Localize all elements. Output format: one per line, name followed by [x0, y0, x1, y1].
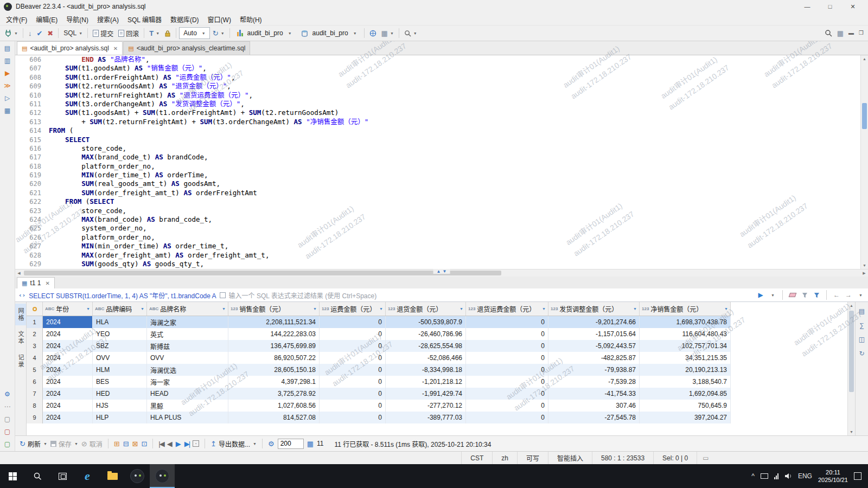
cell[interactable]: 海澜优选 [147, 364, 228, 376]
status-智能插入[interactable]: 智能插入 [548, 452, 592, 464]
taskbar-search-button[interactable] [25, 464, 50, 488]
cell[interactable]: 0 [466, 316, 548, 328]
execute-script-icon[interactable]: ≫ [2, 81, 13, 90]
cell[interactable]: HED [93, 388, 147, 400]
cell[interactable]: 斯搏兹 [147, 340, 228, 352]
save-button[interactable]: 保存 ▼ [50, 439, 78, 448]
scroll-down-icon[interactable]: ▼ [861, 262, 868, 269]
status-zh[interactable]: zh [492, 452, 517, 464]
column-header-退货金额（元）[interactable]: 123退货金额（元）▼ [386, 302, 466, 316]
panels-button[interactable]: ▦ ▼ [379, 27, 396, 40]
column-filter-icon[interactable]: ▼ [379, 307, 383, 311]
edit-filter-icon[interactable] [800, 290, 809, 300]
cell[interactable]: 2,208,111,521.34 [228, 316, 320, 328]
cell[interactable]: -7,539.28 [548, 376, 640, 388]
filter-input[interactable]: 输入一个 SQL 表达式来过滤结果 (使用 Ctrl+Space) [229, 291, 753, 300]
cell[interactable]: 2024 [43, 412, 93, 423]
editor-vscrollbar[interactable]: ▲ ▼ [860, 55, 868, 269]
cell[interactable]: 116,604,480.43 [640, 328, 731, 340]
result-view-tab-网格[interactable]: 网格 [15, 304, 26, 325]
row-number[interactable]: 7 [27, 388, 43, 400]
column-filter-icon[interactable]: ▼ [313, 307, 317, 311]
scroll-down-icon[interactable]: ▼ [848, 428, 855, 435]
next-row-icon[interactable]: ▶ [176, 440, 181, 447]
cell[interactable]: 0 [466, 364, 548, 376]
fetch-icon[interactable]: ↓ [26, 27, 34, 40]
cell[interactable]: HLA PLUS [147, 412, 228, 423]
tray-display-icon[interactable] [761, 473, 768, 479]
column-filter-icon[interactable]: ▼ [542, 307, 546, 311]
cell[interactable]: 2024 [43, 316, 93, 328]
close-tab-icon[interactable]: ✕ [113, 46, 118, 52]
cell[interactable]: -1,991,429.74 [386, 388, 466, 400]
scroll-up-icon[interactable]: ▲ [861, 55, 868, 62]
close-button[interactable]: ✕ [841, 0, 864, 13]
cell[interactable]: -1,157,015.64 [548, 328, 640, 340]
row-number[interactable]: 6 [27, 376, 43, 388]
result-grid[interactable]: ABC年份▼ABC品牌编码▼ABC品牌名称▼123销售金额（元）▼123运费金额… [27, 302, 847, 435]
row-number[interactable]: 1 [27, 316, 43, 328]
cell[interactable]: 1,027,608.56 [228, 400, 320, 412]
input-language[interactable]: ENG [798, 472, 812, 480]
cell[interactable]: 4,397,298.1 [228, 376, 320, 388]
cell[interactable]: -26,460,786.96 [386, 328, 466, 340]
cell[interactable]: 海一家 [147, 376, 228, 388]
projects-icon[interactable]: ▥ [2, 56, 13, 65]
cell[interactable]: 2024 [43, 376, 93, 388]
cell[interactable]: 黑鲸 [147, 400, 228, 412]
cell[interactable]: -1,201,218.12 [386, 376, 466, 388]
quick-search-button[interactable]: ▼ [402, 27, 419, 40]
dbeaver-taskbar-button-1[interactable] [125, 464, 150, 488]
cell[interactable]: -41,754.33 [548, 388, 640, 400]
column-filter-icon[interactable]: ▼ [141, 307, 144, 311]
db-navigator-icon[interactable]: ▤ [2, 44, 13, 53]
filter-history-icon[interactable]: ▼ [768, 290, 777, 300]
column-header-退货运费金额（元）[interactable]: 123退货运费金额（元）▼ [466, 302, 548, 316]
notifications-icon[interactable]: ▭ [697, 452, 714, 464]
row-number[interactable]: 4 [27, 352, 43, 364]
cell[interactable]: 0 [466, 400, 548, 412]
editor-code[interactable]: END AS "品牌名称", SUM(t1.goodsAmt) AS "销售金额… [47, 55, 860, 269]
status-可写[interactable]: 可写 [517, 452, 548, 464]
export-from-query-icon[interactable]: ▦ [2, 106, 13, 115]
cell[interactable]: 28,605,150.18 [228, 364, 320, 376]
column-header-销售金额（元）[interactable]: 123销售金额（元）▼ [228, 302, 320, 316]
export-data-button[interactable]: ↥ 导出数据... ▼ [210, 439, 257, 448]
grid-vscrollbar[interactable]: ▲ ▼ [847, 302, 855, 435]
cell[interactable]: 海澜之家 [147, 316, 228, 328]
vscroll-thumb[interactable] [862, 103, 867, 129]
cell[interactable]: 2024 [43, 340, 93, 352]
column-header-发货调整金额（元）[interactable]: 123发货调整金额（元）▼ [548, 302, 640, 316]
open-file-icon[interactable]: ▢ [2, 415, 13, 423]
scroll-right-icon[interactable]: ▶ [860, 269, 868, 277]
commit-icon-button[interactable]: ✔ [34, 27, 44, 40]
open-perspective-button[interactable]: ▦ [835, 27, 846, 40]
cell[interactable]: 2024 [43, 400, 93, 412]
row-number[interactable]: 2 [27, 328, 43, 340]
cell[interactable]: HLP [93, 412, 147, 423]
connection-select[interactable]: audit_bi_pro ▼ [233, 27, 296, 39]
tray-network-icon[interactable] [774, 473, 778, 479]
cell[interactable]: YEO [93, 328, 147, 340]
cell[interactable]: 20,190,213.13 [640, 364, 731, 376]
filter-funnel-icon[interactable] [812, 290, 821, 300]
maximize-button[interactable]: □ [819, 0, 841, 13]
cell[interactable]: 0 [320, 316, 386, 328]
column-filter-icon[interactable]: ▼ [633, 307, 637, 311]
cell[interactable]: -8,334,998.18 [386, 364, 466, 376]
column-filter-icon[interactable]: ▼ [86, 307, 90, 311]
cancel-button[interactable]: ⊘ 取消 [81, 439, 103, 448]
cell[interactable]: 0 [320, 376, 386, 388]
fetch-size-input[interactable] [278, 439, 304, 449]
cell[interactable]: OVV [93, 352, 147, 364]
menu-item-数据库(D)[interactable]: 数据库(D) [166, 13, 203, 25]
column-filter-icon[interactable]: ▼ [222, 307, 226, 311]
cell[interactable]: HJS [93, 400, 147, 412]
row-number[interactable]: 3 [27, 340, 43, 352]
cell[interactable]: 1,698,370,438.78 [640, 316, 731, 328]
cell[interactable]: HEAD [147, 388, 228, 400]
status-CST[interactable]: CST [461, 452, 492, 464]
menu-item-导航(N)[interactable]: 导航(N) [62, 13, 93, 25]
value-viewer-icon[interactable]: ▤ [859, 307, 865, 315]
taskbar-clock[interactable]: 20:11 2025/10/21 [818, 468, 848, 484]
